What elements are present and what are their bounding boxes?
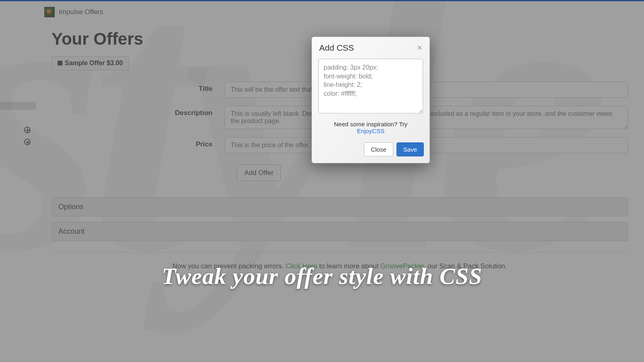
add-css-modal: Add CSS × Need some inspiration? Try Enj… — [312, 37, 430, 163]
modal-footer: Close Save — [312, 137, 429, 163]
modal-body: Need some inspiration? Try EnjoyCSS — [312, 57, 429, 137]
modal-header: Add CSS × — [312, 37, 429, 57]
modal-hint: Need some inspiration? Try EnjoyCSS — [318, 121, 423, 134]
close-button[interactable]: Close — [364, 142, 393, 156]
modal-title: Add CSS — [319, 43, 354, 53]
promo-tagline: Tweak your offer style with CSS — [0, 263, 644, 290]
css-textarea[interactable] — [318, 59, 423, 113]
enjoycss-link[interactable]: EnjoyCSS — [357, 128, 384, 134]
hint-pre: Need some inspiration? Try — [334, 121, 408, 128]
save-button[interactable]: Save — [396, 142, 424, 156]
close-icon[interactable]: × — [417, 43, 422, 53]
